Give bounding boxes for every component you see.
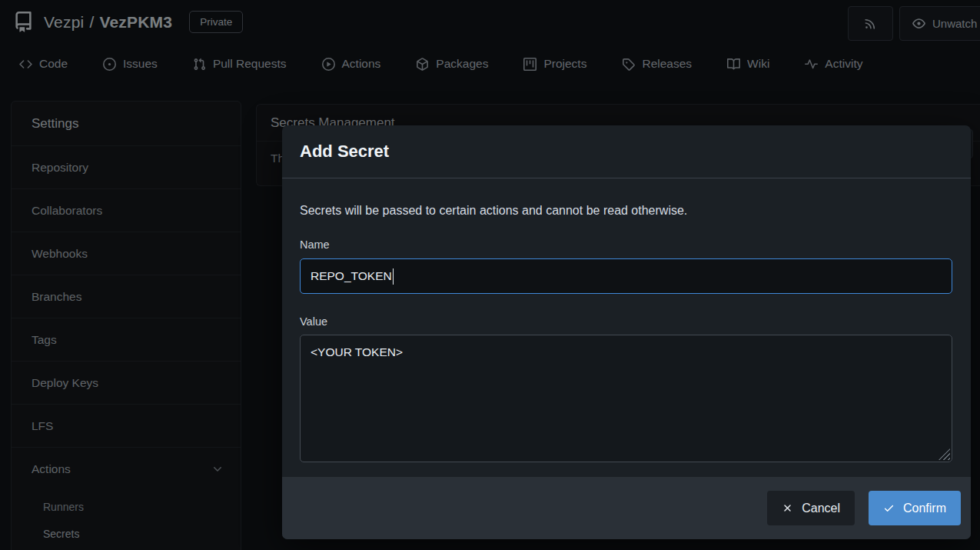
modal-footer: Cancel Confirm: [282, 477, 971, 539]
modal-title: Add Secret: [282, 125, 971, 178]
cancel-button[interactable]: Cancel: [767, 491, 855, 525]
name-input-value: REPO_TOKEN: [311, 269, 392, 283]
name-input[interactable]: REPO_TOKEN: [300, 258, 952, 294]
app-root: Vezpi / VezPKM3 Private Unwatch Code Iss…: [0, 0, 980, 550]
text-cursor: [393, 268, 394, 285]
value-textarea-text: <YOUR TOKEN>: [311, 345, 403, 358]
resize-handle[interactable]: [938, 448, 950, 460]
modal-description: Secrets will be passed to certain action…: [300, 204, 952, 217]
check-icon: [883, 502, 895, 514]
value-textarea[interactable]: <YOUR TOKEN>: [300, 335, 952, 462]
value-field-label: Value: [300, 315, 952, 328]
cancel-label: Cancel: [802, 502, 840, 515]
name-field-label: Name: [300, 238, 952, 251]
add-secret-modal: Add Secret Secrets will be passed to cer…: [282, 125, 971, 539]
confirm-label: Confirm: [903, 502, 946, 515]
x-icon: [782, 502, 793, 514]
modal-body: Secrets will be passed to certain action…: [282, 178, 971, 462]
confirm-button[interactable]: Confirm: [869, 491, 961, 525]
